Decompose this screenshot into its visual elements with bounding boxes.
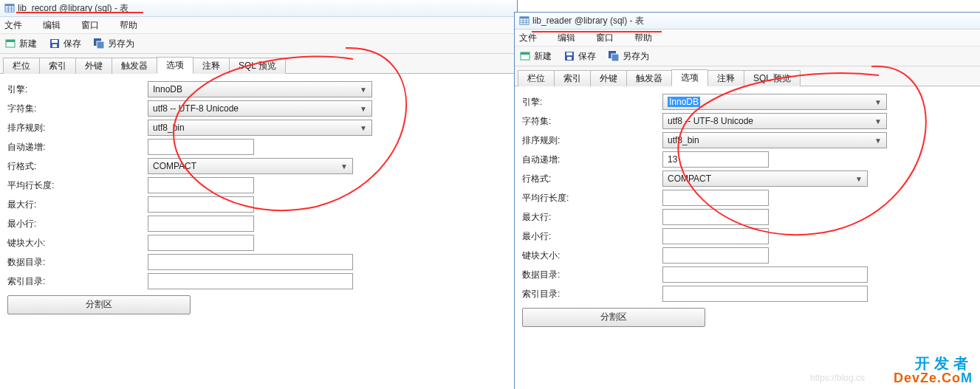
tab-index[interactable]: 索引: [554, 70, 591, 86]
saveas-label: 另存为: [623, 50, 649, 63]
menu-help[interactable]: 帮助: [118, 17, 139, 33]
engine-label: 引擎:: [7, 83, 148, 96]
watermark-en: DevZe.CoM: [894, 371, 973, 386]
engine-combo[interactable]: InnoDB▼: [148, 81, 372, 97]
collation-combo[interactable]: utf8_bin▼: [662, 132, 887, 148]
blog-watermark: https://blog.cs: [810, 373, 865, 383]
new-button[interactable]: 新建: [519, 50, 552, 63]
table-icon: [4, 3, 15, 13]
menu-edit[interactable]: 编辑: [556, 30, 577, 46]
tab-sql[interactable]: SQL 预览: [744, 70, 801, 86]
rowformat-value: COMPACT: [153, 161, 196, 171]
menu-bar: 文件 编辑 窗口 帮助: [0, 17, 517, 34]
rowformat-combo[interactable]: COMPACT▼: [148, 158, 353, 174]
options-form: 引擎: InnoDB▼ 字符集: utf8 -- UTF-8 Unicode▼ …: [515, 86, 980, 333]
save-button[interactable]: 保存: [49, 38, 81, 50]
avgrow-label: 平均行长度:: [7, 179, 148, 192]
datadir-field[interactable]: [148, 254, 353, 270]
window-lib-record: lib_record @library (sql) - 表 文件 编辑 窗口 帮…: [0, 0, 518, 389]
indexdir-label: 索引目录:: [522, 288, 662, 300]
svg-rect-12: [97, 41, 104, 49]
tab-options[interactable]: 选项: [157, 57, 193, 74]
collation-value: utf8_bin: [668, 135, 699, 145]
tab-columns[interactable]: 栏位: [3, 58, 40, 74]
keyblock-label: 键块大小:: [7, 237, 148, 249]
indexdir-label: 索引目录:: [7, 275, 148, 288]
chevron-down-icon: ▼: [855, 175, 863, 183]
tabs: 栏位 索引 外键 触发器 选项 注释 SQL 预览: [515, 66, 980, 86]
menu-window[interactable]: 窗口: [80, 17, 100, 33]
charset-label: 字符集:: [7, 103, 148, 115]
svg-rect-14: [520, 17, 529, 19]
minrows-label: 最小行:: [522, 230, 662, 243]
avgrow-field[interactable]: [148, 177, 254, 193]
maxrows-field[interactable]: [662, 209, 769, 225]
save-icon: [49, 38, 61, 49]
save-button[interactable]: 保存: [563, 50, 596, 63]
menu-file[interactable]: 文件: [518, 30, 538, 46]
tab-sql[interactable]: SQL 预览: [229, 58, 286, 74]
new-label: 新建: [534, 50, 552, 63]
charset-combo[interactable]: utf8 -- UTF-8 Unicode▼: [662, 113, 887, 129]
tab-index[interactable]: 索引: [39, 58, 76, 74]
menu-window[interactable]: 窗口: [594, 30, 615, 46]
tab-trigger[interactable]: 触发器: [112, 58, 157, 74]
indexdir-field[interactable]: [662, 286, 868, 302]
minrows-field[interactable]: [662, 228, 769, 244]
save-label: 保存: [578, 50, 596, 63]
title-bar: lib_reader @library (sql) - 表: [515, 13, 980, 30]
chevron-down-icon: ▼: [360, 105, 367, 113]
tab-fk[interactable]: 外键: [590, 70, 627, 86]
window-title: lib_record @library (sql) - 表: [18, 0, 129, 16]
new-label: 新建: [19, 38, 37, 50]
engine-value: InnoDB: [153, 84, 182, 94]
menu-edit[interactable]: 编辑: [41, 17, 62, 33]
collation-label: 排序规则:: [7, 122, 148, 134]
indexdir-field[interactable]: [148, 273, 353, 289]
engine-label: 引擎:: [522, 96, 662, 109]
svg-rect-22: [566, 52, 572, 55]
title-bar: lib_record @library (sql) - 表: [0, 0, 517, 17]
new-button[interactable]: 新建: [4, 38, 37, 50]
datadir-field[interactable]: [662, 266, 868, 283]
engine-combo[interactable]: InnoDB▼: [662, 94, 887, 110]
charset-value: utf8 -- UTF-8 Unicode: [668, 116, 753, 126]
tab-fk[interactable]: 外键: [75, 58, 112, 74]
chevron-down-icon: ▼: [340, 162, 348, 171]
tab-comment[interactable]: 注释: [707, 70, 744, 86]
tab-comment[interactable]: 注释: [193, 58, 230, 74]
keyblock-field[interactable]: [662, 247, 769, 264]
chevron-down-icon: ▼: [874, 98, 882, 106]
svg-rect-25: [611, 54, 619, 61]
collation-combo[interactable]: utf8_bin▼: [148, 120, 372, 136]
charset-combo[interactable]: utf8 -- UTF-8 Unicode▼: [148, 100, 372, 117]
keyblock-field[interactable]: [148, 235, 254, 251]
svg-rect-1: [5, 4, 14, 7]
chevron-down-icon: ▼: [874, 117, 882, 125]
svg-rect-9: [52, 40, 58, 43]
charset-label: 字符集:: [522, 115, 662, 128]
table-icon: [519, 16, 530, 26]
toolbar: 新建 保存 另存为: [0, 34, 517, 54]
avgrow-field[interactable]: [662, 190, 769, 206]
collation-label: 排序规则:: [522, 134, 662, 147]
tab-trigger[interactable]: 触发器: [626, 70, 672, 86]
partition-button[interactable]: 分割区: [522, 308, 705, 327]
minrows-field[interactable]: [148, 216, 254, 232]
tab-options[interactable]: 选项: [671, 69, 708, 86]
maxrows-field[interactable]: [148, 196, 254, 213]
tab-columns[interactable]: 栏位: [518, 70, 555, 86]
saveas-button[interactable]: 另存为: [608, 50, 649, 63]
chevron-down-icon: ▼: [360, 124, 367, 132]
watermark-cn: 开发者: [894, 355, 973, 371]
rowformat-combo[interactable]: COMPACT▼: [662, 171, 868, 187]
menu-help[interactable]: 帮助: [633, 30, 654, 46]
menu-file[interactable]: 文件: [3, 17, 24, 33]
svg-rect-23: [567, 57, 572, 60]
saveas-button[interactable]: 另存为: [93, 38, 134, 50]
autoinc-field[interactable]: [148, 139, 254, 155]
saveas-icon: [93, 38, 105, 49]
window-title: lib_reader @library (sql) - 表: [532, 13, 644, 29]
partition-button[interactable]: 分割区: [7, 295, 191, 314]
autoinc-field[interactable]: 13: [662, 151, 769, 168]
